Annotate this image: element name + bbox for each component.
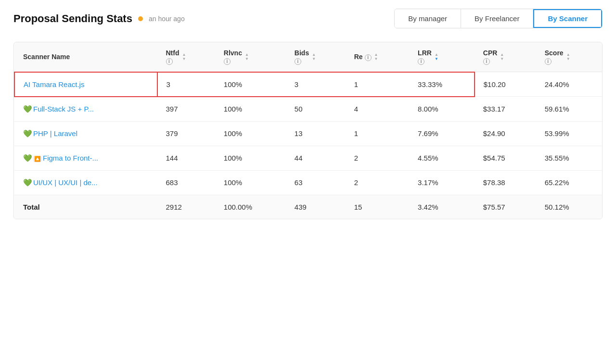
- ntfd-sort[interactable]: ▲ ▼: [182, 53, 186, 61]
- total-bids: 439: [286, 195, 346, 219]
- col-score[interactable]: Score i ▲ ▼: [536, 42, 602, 72]
- scanner-name-cell[interactable]: 💚UI/UX | UX/UI | de...: [14, 170, 157, 195]
- rlvnc-cell: 100%: [215, 146, 286, 170]
- cpr-info-icon[interactable]: i: [483, 58, 490, 65]
- scanner-name-link[interactable]: Figma to Front-...: [43, 154, 98, 162]
- green-heart-icon: 💚: [23, 129, 32, 138]
- scanner-name-cell[interactable]: 💚🔼Figma to Front-...: [14, 146, 157, 170]
- total-rlvnc: 100.00%: [215, 195, 286, 219]
- bids-cell: 50: [286, 97, 346, 122]
- lrr-cell: 33.33%: [409, 72, 475, 97]
- green-heart-icon: 💚: [23, 154, 32, 162]
- table-row: AI Tamara React.js 3 100% 3 1 33.33% $10…: [14, 72, 602, 97]
- cpr-sort[interactable]: ▲ ▼: [500, 53, 504, 61]
- lrr-cell: 7.69%: [409, 121, 475, 146]
- table-header-row: Scanner Name Ntfd i ▲ ▼: [14, 42, 602, 72]
- col-re[interactable]: Re i ▲ ▼: [346, 42, 409, 72]
- rlvnc-info-icon[interactable]: i: [224, 58, 231, 65]
- ntfd-cell: 397: [157, 97, 215, 122]
- total-cpr: $75.57: [475, 195, 536, 219]
- bids-sort[interactable]: ▲ ▼: [312, 53, 316, 61]
- lrr-sort[interactable]: ▲ ▼: [435, 53, 438, 61]
- col-bids[interactable]: Bids i ▲ ▼: [286, 42, 346, 72]
- total-re: 15: [346, 195, 409, 219]
- score-cell: 24.40%: [536, 72, 602, 97]
- green-heart-icon: 💚: [23, 105, 32, 113]
- rlvnc-cell: 100%: [215, 72, 286, 97]
- lrr-cell: 8.00%: [409, 97, 475, 122]
- ntfd-cell: 683: [157, 170, 215, 195]
- tab-by-freelancer[interactable]: By Freelancer: [461, 9, 533, 28]
- ntfd-cell: 379: [157, 121, 215, 146]
- re-info-icon[interactable]: i: [365, 54, 372, 61]
- score-sort[interactable]: ▲ ▼: [566, 53, 570, 61]
- re-cell: 2: [346, 146, 409, 170]
- status-dot: [138, 16, 143, 21]
- lrr-cell: 4.55%: [409, 146, 475, 170]
- re-cell: 1: [346, 121, 409, 146]
- rlvnc-sort[interactable]: ▲ ▼: [245, 53, 249, 61]
- scanner-name-cell[interactable]: AI Tamara React.js: [14, 72, 157, 97]
- header-left: Proposal Sending Stats an hour ago: [13, 13, 185, 25]
- bids-cell: 63: [286, 170, 346, 195]
- re-sort[interactable]: ▲ ▼: [374, 53, 378, 61]
- stats-table-wrapper: Scanner Name Ntfd i ▲ ▼: [13, 42, 603, 219]
- rlvnc-cell: 100%: [215, 97, 286, 122]
- table-row: 💚Full-Stack JS + P... 397 100% 50 4 8.00…: [14, 97, 602, 122]
- ntfd-info-icon[interactable]: i: [166, 58, 173, 65]
- score-cell: 35.55%: [536, 146, 602, 170]
- tab-group: By manager By Freelancer By Scanner: [394, 9, 603, 28]
- cpr-cell: $54.75: [475, 146, 536, 170]
- bids-info-icon[interactable]: i: [295, 58, 301, 65]
- scanner-name-link[interactable]: UI/UX | UX/UI | de...: [33, 178, 98, 187]
- re-cell: 1: [346, 72, 409, 97]
- col-scanner-name: Scanner Name: [14, 42, 157, 72]
- page-title: Proposal Sending Stats: [13, 13, 132, 25]
- cpr-cell: $33.17: [475, 97, 536, 122]
- total-row: Total 2912 100.00% 439 15 3.42% $75.57 5…: [14, 195, 602, 219]
- bids-cell: 44: [286, 146, 346, 170]
- re-cell: 4: [346, 97, 409, 122]
- bids-cell: 13: [286, 121, 346, 146]
- total-ntfd: 2912: [157, 195, 215, 219]
- cpr-cell: $10.20: [475, 72, 536, 97]
- table-row: 💚🔼Figma to Front-... 144 100% 44 2 4.55%…: [14, 146, 602, 170]
- cpr-cell: $24.90: [475, 121, 536, 146]
- col-ntfd[interactable]: Ntfd i ▲ ▼: [157, 42, 215, 72]
- ntfd-cell: 144: [157, 146, 215, 170]
- rlvnc-cell: 100%: [215, 170, 286, 195]
- lrr-info-icon[interactable]: i: [418, 58, 424, 65]
- total-label: Total: [14, 195, 157, 219]
- cpr-cell: $78.38: [475, 170, 536, 195]
- ntfd-cell: 3: [157, 72, 215, 97]
- col-lrr[interactable]: LRR i ▲ ▼: [409, 42, 475, 72]
- stats-table: Scanner Name Ntfd i ▲ ▼: [14, 42, 602, 219]
- bids-cell: 3: [286, 72, 346, 97]
- col-cpr[interactable]: CPR i ▲ ▼: [475, 42, 536, 72]
- scanner-name-link[interactable]: AI Tamara React.js: [24, 80, 84, 88]
- rlvnc-cell: 100%: [215, 121, 286, 146]
- green-heart-icon: 💚: [23, 178, 32, 187]
- page-container: Proposal Sending Stats an hour ago By ma…: [0, 0, 616, 364]
- tab-by-scanner[interactable]: By Scanner: [533, 9, 602, 28]
- scanner-name-cell[interactable]: 💚PHP | Laravel: [14, 121, 157, 146]
- score-cell: 59.61%: [536, 97, 602, 122]
- score-info-icon[interactable]: i: [545, 58, 552, 65]
- page-header: Proposal Sending Stats an hour ago By ma…: [13, 9, 603, 28]
- col-rlvnc[interactable]: Rlvnc i ▲ ▼: [215, 42, 286, 72]
- tab-by-manager[interactable]: By manager: [395, 9, 461, 28]
- total-lrr: 3.42%: [409, 195, 475, 219]
- up-badge: 🔼: [33, 156, 42, 162]
- score-cell: 53.99%: [536, 121, 602, 146]
- re-cell: 2: [346, 170, 409, 195]
- table-row: 💚PHP | Laravel 379 100% 13 1 7.69% $24.9…: [14, 121, 602, 146]
- score-cell: 65.22%: [536, 170, 602, 195]
- table-row: 💚UI/UX | UX/UI | de... 683 100% 63 2 3.1…: [14, 170, 602, 195]
- scanner-name-cell[interactable]: 💚Full-Stack JS + P...: [14, 97, 157, 122]
- scanner-name-link[interactable]: PHP | Laravel: [33, 129, 77, 138]
- status-time: an hour ago: [149, 15, 185, 23]
- total-score: 50.12%: [536, 195, 602, 219]
- lrr-cell: 3.17%: [409, 170, 475, 195]
- scanner-name-link[interactable]: Full-Stack JS + P...: [33, 105, 94, 113]
